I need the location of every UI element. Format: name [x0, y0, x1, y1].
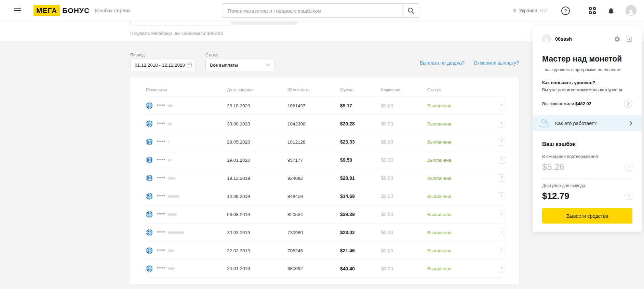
row-help-button[interactable]: ? — [498, 229, 505, 236]
period-date-input[interactable]: 01.12.2018 - 12.12.2020 — [130, 59, 196, 71]
requisite-cell: **** — [146, 229, 227, 236]
payout-status: Выплачена — [427, 212, 498, 217]
requisite-mask: **** — [157, 176, 165, 181]
loyalty-level-title: Мастер над монетой — [533, 54, 642, 64]
search-button[interactable] — [402, 4, 419, 17]
payout-id: 1012128 — [287, 139, 340, 145]
payout-fee: $0.00 — [381, 230, 427, 235]
request-date: 30.08.2020 — [227, 121, 287, 126]
redacted-blur — [168, 250, 174, 252]
logo[interactable]: МЕГА БОНУС Кэшбэк-сервис — [33, 5, 131, 16]
logout-button[interactable] — [626, 36, 632, 42]
requisite-mask: **** — [157, 248, 165, 253]
table-row: **** 03.08.2019 820534 $29.29 $0.00 Выпл… — [146, 205, 505, 223]
raise-level-title: Как повысить уровень? — [533, 80, 642, 85]
pending-row: $5.26 ? — [533, 162, 642, 172]
how-it-works-label: Как это работает? — [555, 121, 629, 126]
redacted-blur — [168, 159, 171, 161]
requisite-cell: **** — [146, 193, 227, 200]
col-payout-id: ID выплаты — [287, 88, 340, 92]
status-value: Все выплаты — [210, 63, 266, 68]
payout-id: 1042308 — [287, 121, 340, 126]
settings-button[interactable] — [614, 36, 620, 42]
payout-sum: $28.91 — [340, 175, 381, 181]
payout-fee: $0.00 — [381, 121, 427, 126]
col-status: Статус — [427, 88, 496, 92]
payout-sum: $23.02 — [340, 230, 381, 235]
payout-status: Выплачена — [427, 139, 498, 145]
raise-level-text: Вы уже достигли максимального уровня — [533, 88, 642, 92]
available-help-button[interactable]: ? — [626, 193, 632, 200]
payout-fee: $0.00 — [381, 193, 427, 199]
requisite-cell: **** — [146, 120, 227, 127]
row-help-button[interactable]: ? — [498, 265, 505, 272]
tab-partial-left[interactable] — [130, 21, 231, 26]
payout-id: 705245 — [287, 248, 340, 253]
row-help-button[interactable]: ? — [498, 156, 505, 164]
search-input[interactable] — [222, 4, 402, 17]
row-help-button[interactable]: ? — [498, 211, 505, 218]
search-bar — [222, 3, 419, 18]
help-button[interactable]: ? — [561, 6, 570, 15]
redacted-blur — [168, 141, 169, 143]
dotted-divider — [542, 178, 632, 178]
savings-expand-button[interactable] — [624, 99, 632, 108]
requisite-cell: **** — [146, 211, 227, 218]
webmoney-icon — [146, 193, 153, 200]
user-avatar[interactable] — [626, 5, 636, 16]
payout-fee: $0.00 — [381, 103, 427, 108]
payout-id: 820534 — [287, 212, 340, 217]
request-date: 10.09.2019 — [227, 194, 287, 199]
pending-label: В ожидании подтверждения: — [533, 154, 642, 159]
request-date: 22.02.2019 — [227, 248, 287, 253]
logo-mega: МЕГА — [33, 5, 60, 16]
link-payout-not-arrived[interactable]: Выплата не дошла? — [420, 60, 465, 66]
webmoney-icon — [146, 247, 153, 254]
requisite-cell: **** — [146, 138, 227, 145]
tab-partial-right[interactable] — [232, 21, 298, 25]
payout-sum: $9.17 — [340, 103, 381, 108]
redacted-blur — [168, 231, 184, 234]
payout-fee: $0.00 — [381, 248, 427, 253]
payout-status: Выплачена — [427, 158, 498, 163]
apps-grid-icon[interactable] — [589, 7, 596, 14]
webmoney-icon — [146, 265, 153, 272]
notifications-bell-icon[interactable] — [607, 7, 615, 15]
request-date: 29.01.2020 — [227, 158, 287, 163]
table-row: **** 19.12.2019 924092 $28.91 $0.00 Выпл… — [146, 169, 505, 187]
row-help-button[interactable]: ? — [498, 174, 505, 182]
available-label: Доступно для вывода: — [533, 183, 642, 188]
saved-label: Вы сэкономили: — [542, 101, 575, 106]
payout-sum: $9.58 — [340, 157, 381, 163]
profile-avatar[interactable] — [542, 35, 551, 43]
payout-fee: $0.00 — [381, 212, 427, 217]
how-it-works-row[interactable]: Как это работает? — [533, 115, 642, 131]
redacted-blur — [168, 267, 175, 270]
pending-help-button[interactable]: ? — [626, 164, 632, 171]
redacted-blur — [168, 105, 173, 107]
withdraw-button[interactable]: Вывести средства — [542, 208, 632, 224]
table-row: **** 29.01.2020 957177 $9.58 $0.00 Выпла… — [146, 151, 505, 169]
webmoney-icon — [146, 229, 153, 236]
header: МЕГА БОНУС Кэшбэк-сервис Украина, RU ? — [0, 0, 644, 21]
request-date: 30.03.2019 — [227, 230, 287, 235]
requisite-mask: **** — [157, 212, 165, 217]
row-help-button[interactable]: ? — [498, 192, 505, 200]
status-select[interactable]: Все выплаты — [205, 59, 274, 71]
row-help-button[interactable]: ? — [498, 102, 505, 109]
logout-icon — [626, 36, 632, 42]
webmoney-icon — [146, 120, 153, 127]
location-selector[interactable]: Украина, RU — [512, 8, 547, 14]
row-help-button[interactable]: ? — [498, 138, 505, 146]
payout-sum: $40.40 — [340, 266, 381, 271]
payout-status: Выплачена — [427, 176, 498, 181]
chevron-right-icon — [629, 121, 632, 126]
row-help-button[interactable]: ? — [498, 120, 505, 128]
table-row: **** 20.01.2019 680692 $40.40 $0.00 Выпл… — [146, 259, 505, 278]
link-payout-cancelled[interactable]: Отменили выплату? — [474, 60, 519, 66]
row-help-button[interactable]: ? — [498, 247, 505, 254]
status-label: Статус — [205, 53, 218, 57]
menu-button[interactable] — [14, 8, 21, 13]
payout-status: Выплачена — [427, 194, 498, 199]
location-city: Украина, — [519, 8, 539, 13]
